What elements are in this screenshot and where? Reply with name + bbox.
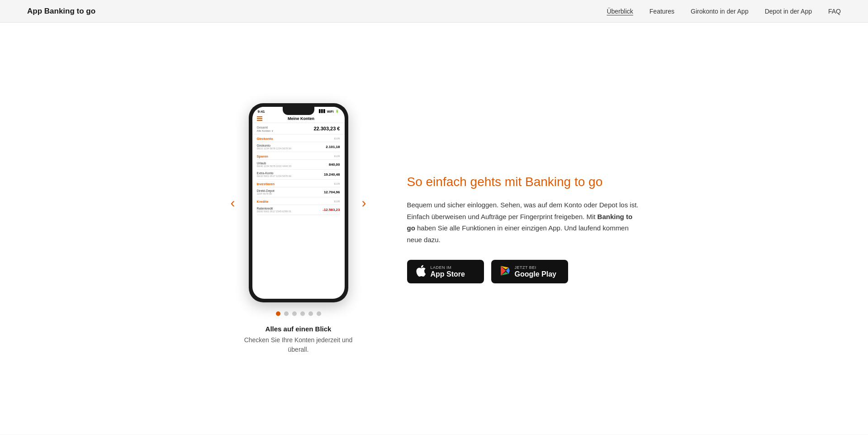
store-buttons: Laden im App Store JETZT BEI Google Pl xyxy=(407,260,642,283)
account-kredit-name: Ratenkredit xyxy=(257,207,323,210)
account-girokonto-iban: DE10 1234 5678 1234 5678 90 xyxy=(257,147,326,150)
section-sparen-label: Sparen xyxy=(257,154,268,158)
wifi-icon: WiFi xyxy=(327,110,334,113)
section-girokonto-currency: EUR xyxy=(334,137,340,140)
section-investieren-currency: EUR xyxy=(334,182,340,185)
prev-arrow[interactable]: ‹ xyxy=(226,191,240,214)
slide-caption-text: Checken Sie Ihre Konten jederzeit und üb… xyxy=(235,335,362,354)
app-header: Meine Konten xyxy=(252,115,345,123)
header: App Banking to go Überblick Features Gir… xyxy=(0,0,868,23)
section-body: Bequem und sicher einloggen. Sehen, was … xyxy=(407,199,642,245)
slide-caption-title: Alles auf einen Blick xyxy=(235,325,362,333)
right-section: So einfach gehts mit Banking to go Beque… xyxy=(407,174,642,283)
account-urlaub-amount: 840,00 xyxy=(329,163,340,167)
account-depot-iban: 1234 5678 90 xyxy=(257,192,324,195)
google-play-icon xyxy=(499,265,510,278)
account-girokonto: Girokonto DE10 1234 5678 1234 5678 90 2.… xyxy=(257,142,340,152)
dot-2[interactable] xyxy=(284,311,289,316)
account-extra-iban: DE32 5001 0517 1234 5678 66 xyxy=(257,175,324,177)
account-girokonto-amount: 2.101,18 xyxy=(326,145,340,149)
section-kredite-header: Kredite EUR xyxy=(257,197,340,205)
phone-screen: 9:41 ▋▋▋ WiFi 🔋 Meine Konten xyxy=(252,107,345,299)
app-total-section: Gesamt Alle Konten ∨ 22.303,23 € xyxy=(252,123,345,134)
status-icons: ▋▋▋ WiFi 🔋 xyxy=(319,110,339,113)
slide-caption: Alles auf einen Blick Checken Sie Ihre K… xyxy=(235,325,362,354)
account-extra-info: Extra-Konto DE32 5001 0517 1234 5678 66 xyxy=(257,172,324,177)
google-play-button[interactable]: JETZT BEI Google Play xyxy=(491,260,568,283)
apple-icon xyxy=(415,264,426,279)
google-play-main: Google Play xyxy=(515,270,556,278)
account-depot-name: Direkt-Depot xyxy=(257,189,324,192)
app-store-button[interactable]: Laden im App Store xyxy=(407,260,484,283)
account-extra-amount: 19.240,48 xyxy=(324,172,340,177)
dot-5[interactable] xyxy=(308,311,313,316)
app-store-main: App Store xyxy=(431,270,465,278)
account-extra-name: Extra-Konto xyxy=(257,172,324,175)
main-content: ‹ 9:41 ▋▋▋ WiFi 🔋 xyxy=(0,23,868,435)
nav-depot[interactable]: Depot in der App xyxy=(765,8,812,15)
app-store-sub: Laden im xyxy=(431,265,465,270)
account-kredit-iban: DE00 5001 0517 2345 6789 01 xyxy=(257,210,323,213)
account-kredit-info: Ratenkredit DE00 5001 0517 2345 6789 01 xyxy=(257,207,323,213)
account-kredit: Ratenkredit DE00 5001 0517 2345 6789 01 … xyxy=(257,205,340,215)
section-sparen-currency: EUR xyxy=(334,155,340,158)
google-play-text: JETZT BEI Google Play xyxy=(515,265,556,278)
app-screen-title: Meine Konten xyxy=(262,116,340,121)
section-heading: So einfach gehts mit Banking to go xyxy=(407,174,642,190)
account-depot: Direkt-Depot 1234 5678 90 12.704,96 xyxy=(257,187,340,197)
google-play-sub: JETZT BEI xyxy=(515,265,556,270)
account-urlaub-info: Urlaub DE40 1234 5678 2222 4444 33 xyxy=(257,162,329,167)
account-depot-amount: 12.704,96 xyxy=(324,190,340,194)
section-investieren-label: Investieren xyxy=(257,182,275,186)
phone-notch xyxy=(283,107,314,115)
section-sparen-header: Sparen EUR xyxy=(257,152,340,160)
section-girokonto-header: Girokonto EUR xyxy=(257,134,340,142)
account-urlaub-iban: DE40 1234 5678 2222 4444 33 xyxy=(257,165,329,167)
section-kredite-label: Kredite xyxy=(257,200,269,204)
section-kredite-currency: EUR xyxy=(334,200,340,203)
account-kredit-amount: -12.583,23 xyxy=(323,208,340,212)
account-urlaub: Urlaub DE40 1234 5678 2222 4444 33 840,0… xyxy=(257,160,340,170)
carousel-dots xyxy=(276,311,321,316)
next-arrow[interactable]: › xyxy=(357,191,371,214)
signal-icon: ▋▋▋ xyxy=(319,110,326,113)
nav-girokonto[interactable]: Girokonto in der App xyxy=(691,8,749,15)
hamburger-icon xyxy=(257,116,262,121)
battery-icon: 🔋 xyxy=(335,110,339,113)
account-extra: Extra-Konto DE32 5001 0517 1234 5678 66 … xyxy=(257,170,340,180)
phone-mockup: 9:41 ▋▋▋ WiFi 🔋 Meine Konten xyxy=(249,103,348,302)
dot-6[interactable] xyxy=(317,311,321,316)
carousel-wrapper: ‹ 9:41 ▋▋▋ WiFi 🔋 xyxy=(226,103,371,302)
nav-features[interactable]: Features xyxy=(650,8,674,15)
nav-ueberblick[interactable]: Überblick xyxy=(607,8,633,15)
account-depot-info: Direkt-Depot 1234 5678 90 xyxy=(257,189,324,195)
account-girokonto-name: Girokonto xyxy=(257,144,326,147)
app-store-text: Laden im App Store xyxy=(431,265,465,278)
section-girokonto-label: Girokonto xyxy=(257,137,273,141)
dot-4[interactable] xyxy=(300,311,305,316)
dot-3[interactable] xyxy=(292,311,297,316)
account-sections: Girokonto EUR Girokonto DE10 1234 5678 1… xyxy=(252,134,345,215)
section-investieren-header: Investieren EUR xyxy=(257,180,340,187)
body-text-2: haben Sie alle Funktionen in einer einzi… xyxy=(407,224,629,244)
main-nav: Überblick Features Girokonto in der App … xyxy=(607,8,841,15)
site-title: App Banking to go xyxy=(27,7,95,16)
total-label: Gesamt xyxy=(257,126,273,129)
left-section: ‹ 9:41 ▋▋▋ WiFi 🔋 xyxy=(226,103,371,354)
dot-1[interactable] xyxy=(276,311,280,316)
total-sublabel: Alle Konten ∨ xyxy=(257,129,273,132)
account-urlaub-name: Urlaub xyxy=(257,162,329,165)
status-time: 9:41 xyxy=(258,110,265,114)
total-amount: 22.303,23 € xyxy=(313,126,340,131)
account-girokonto-info: Girokonto DE10 1234 5678 1234 5678 90 xyxy=(257,144,326,150)
nav-faq[interactable]: FAQ xyxy=(828,8,841,15)
